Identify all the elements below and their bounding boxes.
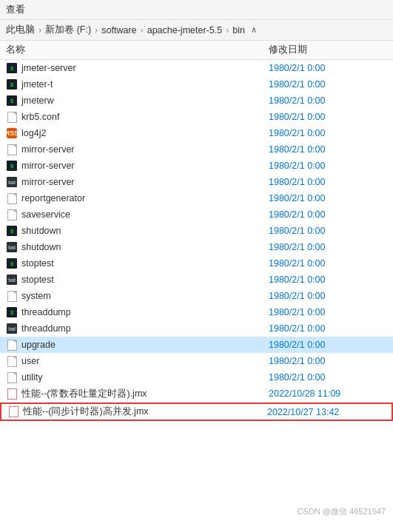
file-name-text: jmeter-t (21, 79, 53, 90)
file-explorer: 名称 修改日期 $ jmeter-server 1980/2/1 0:00 $ … (0, 41, 393, 532)
file-date-cell: 2022/10/27 13:42 (267, 407, 386, 417)
file-type-icon: bat (6, 274, 18, 286)
file-row[interactable]: $ mirror-server 1980/2/1 0:00 (0, 158, 393, 174)
file-type-icon (6, 371, 18, 383)
file-type-icon: bat (6, 323, 18, 334)
column-date[interactable]: 修改日期 (269, 44, 387, 56)
file-name-text: 性能--(同步计时器)高并发.jmx (23, 405, 149, 418)
file-row[interactable]: 性能--(同步计时器)高并发.jmx 2022/10/27 13:42 (0, 403, 393, 421)
file-row[interactable]: upgrade 1980/2/1 0:00 (0, 337, 393, 353)
file-name-text: stoptest (21, 258, 54, 269)
file-name-cell: reportgenerator (6, 192, 269, 204)
breadcrumb-sep-1: › (95, 25, 98, 36)
file-name-text: upgrade (21, 340, 56, 350)
file-name-text: reportgenerator (21, 193, 85, 203)
file-row[interactable]: $ jmeter-server 1980/2/1 0:00 (0, 60, 393, 76)
file-row[interactable]: $ stoptest 1980/2/1 0:00 (0, 255, 393, 272)
file-type-icon: $ (6, 62, 18, 74)
breadcrumb-sep-2: › (141, 25, 144, 36)
file-row[interactable]: bat shutdown 1980/2/1 0:00 (0, 239, 393, 255)
file-type-icon: bat (6, 176, 18, 188)
file-row[interactable]: 性能--(常数吞吐量定时器).jmx 2022/10/28 11:09 (0, 385, 393, 402)
file-row[interactable]: $ jmeter-t 1980/2/1 0:00 (0, 76, 393, 92)
file-date-cell: 1980/2/1 0:00 (269, 258, 387, 269)
file-date-cell: 1980/2/1 0:00 (269, 63, 387, 73)
file-name-text: log4j2 (21, 128, 46, 138)
file-date-cell: 1980/2/1 0:00 (269, 177, 387, 187)
file-row[interactable]: system 1980/2/1 0:00 (0, 288, 393, 304)
file-type-icon: $ (6, 78, 18, 90)
column-name[interactable]: 名称 (6, 44, 269, 56)
file-date-cell: 1980/2/1 0:00 (269, 307, 387, 317)
file-row[interactable]: RSS log4j2 1980/2/1 0:00 (0, 125, 393, 141)
file-name-text: threaddump (21, 307, 71, 317)
file-name-text: krb5.conf (21, 112, 59, 122)
file-row[interactable]: utility 1980/2/1 0:00 (0, 369, 393, 385)
file-name-cell: 性能--(同步计时器)高并发.jmx (7, 405, 267, 418)
file-type-icon (6, 388, 18, 400)
file-name-text: mirror-server (21, 144, 75, 155)
file-name-text: utility (21, 372, 42, 383)
file-row[interactable]: krb5.conf 1980/2/1 0:00 (0, 109, 393, 125)
file-name-cell: $ mirror-server (6, 160, 269, 172)
file-date-cell: 1980/2/1 0:00 (269, 275, 387, 285)
file-type-icon (6, 355, 18, 367)
file-name-cell: bat stoptest (6, 274, 269, 286)
file-name-text: system (21, 291, 51, 301)
file-type-icon: $ (6, 306, 18, 318)
file-name-cell: 性能--(常数吞吐量定时器).jmx (6, 388, 269, 400)
breadcrumb-item-0[interactable]: 此电脑 (6, 24, 35, 36)
file-name-text: user (21, 356, 39, 366)
file-name-text: mirror-server (21, 161, 75, 171)
file-type-icon: bat (6, 241, 18, 253)
file-date-cell: 1980/2/1 0:00 (269, 226, 387, 236)
file-row[interactable]: bat mirror-server 1980/2/1 0:00 (0, 174, 393, 190)
breadcrumb-bar: 此电脑 › 新加卷 (F:) › software › apache-jmete… (0, 20, 393, 41)
file-name-text: threaddump (21, 323, 71, 334)
file-date-cell: 1980/2/1 0:00 (269, 161, 387, 171)
file-type-icon (7, 406, 19, 418)
file-name-cell: utility (6, 371, 269, 383)
file-row[interactable]: bat stoptest 1980/2/1 0:00 (0, 272, 393, 288)
file-row[interactable]: bat threaddump 1980/2/1 0:00 (0, 320, 393, 337)
breadcrumb-expand-icon[interactable]: ∧ (251, 25, 257, 35)
breadcrumb-sep-0: › (38, 25, 41, 36)
file-type-icon: $ (6, 257, 18, 269)
file-type-icon: $ (6, 225, 18, 237)
file-name-text: jmeter-server (21, 63, 76, 73)
file-name-cell: bat shutdown (6, 241, 269, 253)
file-date-cell: 1980/2/1 0:00 (269, 323, 387, 334)
file-type-icon (6, 144, 18, 155)
file-date-cell: 1980/2/1 0:00 (269, 340, 387, 350)
file-date-cell: 1980/2/1 0:00 (269, 79, 387, 90)
breadcrumb-item-3[interactable]: apache-jmeter-5.5 (147, 25, 222, 36)
file-name-cell: $ threaddump (6, 306, 269, 318)
breadcrumb-item-4[interactable]: bin (232, 25, 245, 36)
file-name-text: stoptest (21, 275, 54, 285)
breadcrumb-item-2[interactable]: software (101, 25, 136, 36)
file-date-cell: 1980/2/1 0:00 (269, 128, 387, 138)
file-name-cell: mirror-server (6, 144, 269, 155)
file-date-cell: 1980/2/1 0:00 (269, 112, 387, 122)
file-name-cell: system (6, 290, 269, 302)
file-type-icon: $ (6, 160, 18, 172)
file-name-text: mirror-server (21, 177, 75, 187)
file-row[interactable]: reportgenerator 1980/2/1 0:00 (0, 190, 393, 206)
file-name-cell: krb5.conf (6, 111, 269, 123)
file-row[interactable]: mirror-server 1980/2/1 0:00 (0, 141, 393, 158)
file-type-icon: RSS (6, 127, 18, 139)
breadcrumb-item-1[interactable]: 新加卷 (F:) (45, 24, 91, 36)
file-name-text: shutdown (21, 226, 61, 236)
file-type-icon: $ (6, 95, 18, 107)
file-row[interactable]: $ threaddump 1980/2/1 0:00 (0, 304, 393, 320)
file-row[interactable]: $ shutdown 1980/2/1 0:00 (0, 223, 393, 239)
file-name-cell: $ jmeterw (6, 95, 269, 107)
file-date-cell: 1980/2/1 0:00 (269, 242, 387, 252)
file-name-cell: $ stoptest (6, 257, 269, 269)
file-date-cell: 1980/2/1 0:00 (269, 356, 387, 366)
file-row[interactable]: $ jmeterw 1980/2/1 0:00 (0, 92, 393, 109)
file-list: $ jmeter-server 1980/2/1 0:00 $ jmeter-t… (0, 60, 393, 421)
file-type-icon (6, 290, 18, 302)
file-row[interactable]: user 1980/2/1 0:00 (0, 353, 393, 369)
file-row[interactable]: saveservice 1980/2/1 0:00 (0, 206, 393, 223)
